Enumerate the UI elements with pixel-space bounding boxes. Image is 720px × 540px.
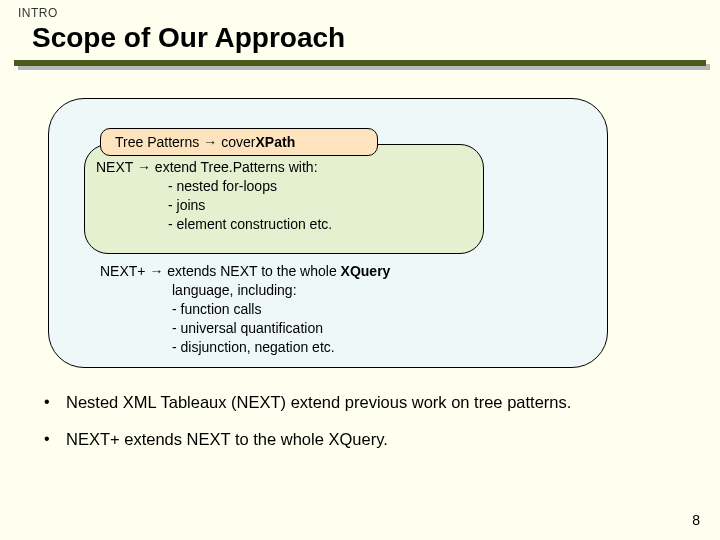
nextplus-description: NEXT+ → extends NEXT to the whole XQuery…	[100, 262, 390, 356]
inner-rhs-pre: cover	[221, 134, 255, 150]
page-title: Scope of Our Approach	[0, 20, 720, 60]
outer-hdr-post2: language, including:	[172, 281, 390, 300]
outer-item: - disjunction, negation etc.	[172, 338, 390, 357]
outer-hdr-mid: extends NEXT to the whole	[163, 263, 340, 279]
scope-diagram: Tree Patterns → cover XPath NEXT → exten…	[48, 98, 608, 368]
mid-item: - nested for-loops	[168, 177, 332, 196]
outer-item: - function calls	[172, 300, 390, 319]
next-description: NEXT → extend Tree.Patterns with: - nest…	[96, 158, 332, 234]
arrow-icon: →	[149, 263, 163, 279]
mid-hdr-post: extend Tree.Patterns with:	[151, 159, 318, 175]
bullet-item: Nested XML Tableaux (NEXT) extend previo…	[40, 392, 680, 413]
section-kicker: INTRO	[0, 0, 720, 20]
mid-item: - element construction etc.	[168, 215, 332, 234]
mid-hdr-pre: NEXT	[96, 159, 137, 175]
scope-box-treepatterns: Tree Patterns → cover XPath	[100, 128, 378, 156]
bullet-item: NEXT+ extends NEXT to the whole XQuery.	[40, 429, 680, 450]
page-number: 8	[692, 512, 700, 528]
outer-item: - universal quantification	[172, 319, 390, 338]
outer-hdr-pre: NEXT+	[100, 263, 149, 279]
title-rule	[14, 60, 706, 70]
bullet-list: Nested XML Tableaux (NEXT) extend previo…	[40, 392, 680, 451]
arrow-icon: →	[137, 159, 151, 175]
arrow-icon: →	[203, 134, 217, 150]
inner-lhs: Tree Patterns	[115, 134, 199, 150]
inner-rhs-bold: XPath	[256, 134, 296, 150]
mid-item: - joins	[168, 196, 332, 215]
outer-hdr-bold: XQuery	[341, 263, 391, 279]
